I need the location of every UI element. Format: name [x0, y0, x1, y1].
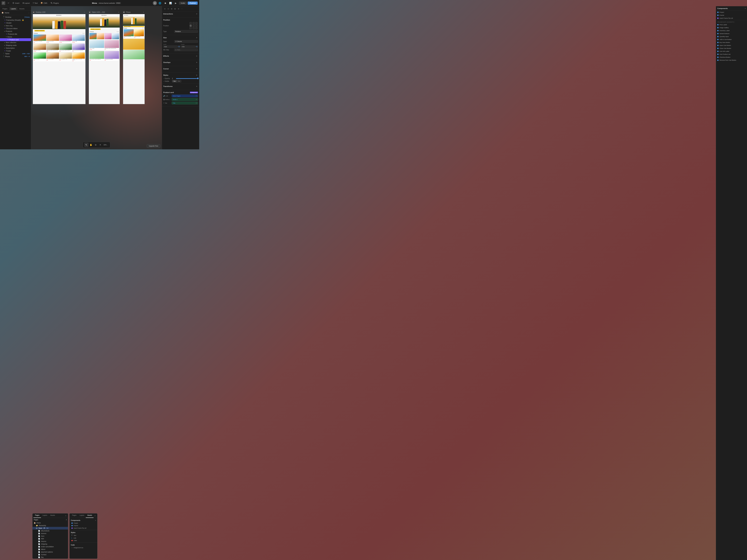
- layer-frameship[interactable]: ✦ Frameship (Shopify) 🔒: [0, 19, 31, 22]
- align-center-btn[interactable]: ⊡: [167, 7, 170, 10]
- interactions-add[interactable]: +: [196, 12, 198, 15]
- text-button[interactable]: T Text: [32, 2, 39, 5]
- layer-tablet[interactable]: 📱 Tablet 1439 — 810: [0, 52, 31, 55]
- insert-button[interactable]: ➕ Insert: [11, 1, 21, 5]
- opacity-slider[interactable]: [176, 78, 198, 79]
- canvas-area[interactable]: ▶ Desktop 1440 + ☰ MINNA 🔍: [31, 6, 162, 149]
- tablet-product-7[interactable]: Close up of Person in Light Green Active…: [89, 51, 104, 61]
- tablet-product-3[interactable]: [104, 33, 111, 39]
- tablet-product-6[interactable]: Stylish Woman in Retro Contemporary Fash…: [104, 40, 119, 50]
- visible-yes[interactable]: Yes: [172, 80, 177, 82]
- hand-tool[interactable]: ✋: [89, 143, 93, 147]
- product-card-9[interactable]: Zucchini Hoodie Jacket $40: [33, 52, 46, 61]
- pos-br[interactable]: [195, 27, 198, 29]
- layer-products[interactable]: ▸ Products: [0, 30, 31, 33]
- tab-layers[interactable]: Layers: [9, 7, 18, 10]
- height-input[interactable]: Auto: [181, 46, 195, 48]
- invite-button[interactable]: Invite: [179, 2, 187, 5]
- layer-phone[interactable]: 📱 Phone 809 — 0: [0, 55, 31, 58]
- layer-desktop[interactable]: 📱 Desktop Primary: [0, 16, 31, 19]
- undo-button[interactable]: ↩: [6, 1, 10, 5]
- width-input[interactable]: Auto: [163, 46, 177, 48]
- product-card-4[interactable]: Stretch Tee in Milk $47 $54: [72, 34, 85, 43]
- layer-stores[interactable]: ▾ Stores: [0, 35, 31, 38]
- align-right-btn[interactable]: ⊞: [170, 7, 173, 10]
- width-select[interactable]: Fill: [178, 46, 180, 48]
- copy-btn[interactable]: ⊕: [177, 7, 180, 10]
- title-value[interactable]: Title ✕: [172, 102, 198, 104]
- position-type-value[interactable]: Relative: [174, 30, 198, 33]
- align-left-btn[interactable]: ⊟: [163, 7, 166, 10]
- layer-products-title[interactable]: ✦ Products title: [0, 33, 31, 35]
- position-grid[interactable]: [189, 22, 198, 29]
- layer-product-card[interactable]: ✦ Product card: [0, 38, 31, 41]
- play-button[interactable]: ▶: [174, 1, 178, 5]
- layer-hero-img[interactable]: ▸ Hero img: [0, 24, 31, 27]
- product-card-8[interactable]: Monochromatic Pink Suit for Non-Activewe…: [72, 44, 85, 52]
- effects-add[interactable]: +: [196, 55, 198, 57]
- app-logo[interactable]: [2, 1, 5, 5]
- tab-pages[interactable]: Pages: [1, 7, 9, 10]
- layer-footer[interactable]: ✦ Footer: [0, 50, 31, 52]
- zoom-display[interactable]: 33% ⌄: [103, 144, 109, 146]
- globe-button[interactable]: 🌐: [158, 1, 162, 5]
- media1-value[interactable]: Media 1 ✕: [172, 98, 198, 101]
- more-btn[interactable]: ⋯: [180, 7, 183, 10]
- preview-button[interactable]: ⏺: [163, 1, 168, 5]
- layer-discount-ribbon[interactable]: ✦ Discount ribbon: [0, 27, 31, 30]
- overlays-add[interactable]: +: [196, 61, 198, 63]
- tablet-product-4[interactable]: [112, 33, 119, 39]
- visible-toggle[interactable]: Yes No: [172, 80, 181, 82]
- tab-assets[interactable]: Assets: [18, 7, 26, 10]
- tablet-add-button[interactable]: +: [117, 11, 120, 14]
- title-remove[interactable]: ✕: [196, 102, 197, 104]
- analytics-button[interactable]: 📊: [169, 1, 173, 5]
- pos-tl[interactable]: [189, 22, 192, 24]
- plugins-button[interactable]: 🔌 Plugins: [49, 1, 60, 5]
- layer-new-collection[interactable]: ▸ New collection: [0, 41, 31, 44]
- transforms-add[interactable]: +: [196, 85, 198, 87]
- media1-remove[interactable]: ✕: [196, 99, 197, 100]
- styles-add[interactable]: +: [196, 74, 198, 76]
- link-value[interactable]: Store Pages ✕: [172, 95, 198, 97]
- product-card-5[interactable]: Stylish Model in Floral Shirt $36 $45: [33, 44, 46, 52]
- pos-ml[interactable]: [189, 25, 192, 27]
- delete-btn[interactable]: 🗑: [174, 7, 177, 10]
- layout-button[interactable]: ⊞ Layout: [21, 1, 31, 5]
- desktop-add-button[interactable]: +: [83, 11, 85, 14]
- product-card-6[interactable]: Stylish Woman in Retro Contemporary Fash…: [46, 44, 59, 52]
- phone-product-2[interactable]: Young Man in Orange Jacket $54: [134, 29, 144, 38]
- layer-subscription[interactable]: ▸ Subscription: [0, 47, 31, 50]
- tablet-product-2[interactable]: [97, 33, 104, 39]
- sidebar-home[interactable]: 🏠 Home ⌄: [0, 10, 31, 15]
- cms-button[interactable]: 📦 CMS: [40, 1, 48, 5]
- zoom-tool[interactable]: ⊕: [94, 143, 98, 147]
- product-card-3[interactable]: Fashionable Woman with Orange Sunglasses…: [59, 34, 72, 43]
- layer-shipping-cards[interactable]: ▸ Shipping cards: [0, 44, 31, 47]
- pos-bl[interactable]: [189, 27, 192, 29]
- pos-tc[interactable]: [192, 22, 195, 24]
- light-tool[interactable]: ☀: [98, 143, 103, 147]
- phone-add-button[interactable]: +: [142, 11, 145, 14]
- publish-button[interactable]: Publish: [188, 2, 198, 5]
- span-value[interactable]: 1 Column: [174, 40, 198, 43]
- tablet-product-5[interactable]: Glacier Top in Milk $34 $42: [89, 40, 104, 50]
- product-card-1[interactable]: A Young Woman in Colorful Jacket $36: [33, 34, 46, 43]
- cursor-add[interactable]: +: [196, 68, 198, 70]
- cursor-tool[interactable]: ↖: [84, 143, 88, 147]
- pos-tr[interactable]: [195, 22, 198, 24]
- upgrade-button[interactable]: Upgrade Now: [147, 144, 160, 148]
- layer-header[interactable]: ✦ Header: [0, 22, 31, 24]
- product-card-2[interactable]: Young Man in Vibrant Jacket $47 $52: [46, 34, 59, 43]
- phone-product-1[interactable]: Young Woman in Colorful Jacket $36: [124, 29, 134, 38]
- visible-no[interactable]: No: [177, 80, 181, 82]
- pos-mc[interactable]: [192, 25, 195, 27]
- product-card-12[interactable]: Confident Young Man with Fashionable Str…: [72, 52, 85, 61]
- pos-bc[interactable]: [192, 27, 195, 29]
- user-avatar[interactable]: M: [153, 1, 157, 5]
- minmax-value[interactable]: ⊕ Add...: [174, 49, 198, 51]
- tablet-product-8[interactable]: Fashionable Female Jacket Attire $36: [104, 51, 119, 61]
- size-add[interactable]: +: [196, 36, 198, 39]
- link-remove[interactable]: ✕: [196, 95, 197, 97]
- height-select[interactable]: Fit: [196, 46, 198, 48]
